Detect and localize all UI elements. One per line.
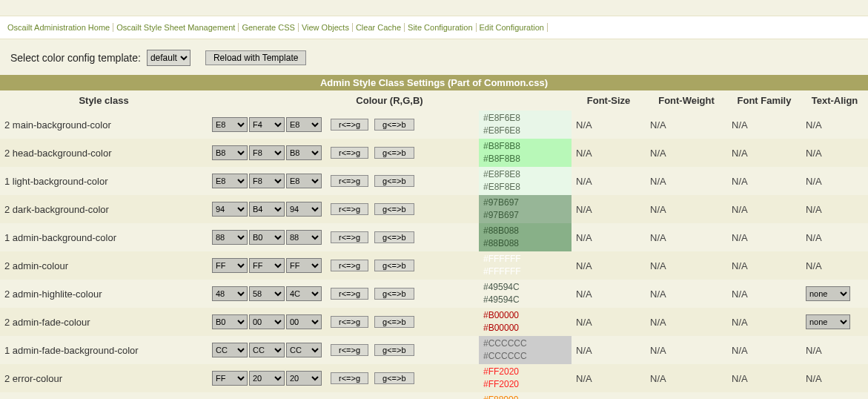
colour-swatch: #E8F8E8#E8F8E8: [479, 167, 572, 195]
nav-link-1[interactable]: Oscailt Style Sheet Management: [113, 23, 239, 32]
colour-swatch: #B8F8B8#B8F8B8: [479, 139, 572, 167]
hex-g-select[interactable]: B4: [249, 202, 285, 217]
swap-gb-button[interactable]: g<=>b: [374, 288, 414, 300]
hex-r-select[interactable]: 88: [212, 230, 248, 245]
hex-b-select[interactable]: FF: [286, 258, 322, 273]
hex-r-select[interactable]: CC: [212, 343, 248, 357]
colour-controls: FF2020r<=>gg<=>b: [208, 364, 479, 392]
text-align-cell: N/A: [801, 336, 868, 364]
swap-gb-button[interactable]: g<=>b: [374, 372, 414, 384]
table-row: 2 warn-colourF88000r<=>gg<=>b#F88000#F88…: [0, 392, 868, 399]
template-select[interactable]: default: [147, 50, 191, 66]
swap-gb-button[interactable]: g<=>b: [374, 119, 414, 131]
hex-r-select[interactable]: E8: [212, 174, 248, 188]
hex-b-select[interactable]: 94: [286, 202, 322, 217]
swap-rg-button[interactable]: r<=>g: [331, 316, 368, 328]
swap-gb-button[interactable]: g<=>b: [374, 344, 414, 356]
table-row: 2 error-colourFF2020r<=>gg<=>b#FF2020#FF…: [0, 364, 868, 392]
font-family-cell: N/A: [727, 139, 801, 167]
style-tbody: 2 main-background-colorE8F4E8r<=>gg<=>b#…: [0, 111, 868, 399]
font-weight-cell: N/A: [646, 167, 727, 195]
nav-link-0[interactable]: Oscailt Administration Home: [4, 23, 113, 32]
th-fontweight: Font-Weight: [646, 90, 727, 111]
font-size-cell: N/A: [572, 364, 646, 392]
swap-rg-button[interactable]: r<=>g: [331, 175, 368, 187]
hex-value: #E8F6E8: [483, 112, 567, 125]
style-class-name: 2 admin-colour: [0, 251, 208, 280]
hex-value: #FFFFFF: [483, 253, 567, 266]
colour-swatch: #F88000#F88000: [479, 392, 572, 399]
hex-g-select[interactable]: 58: [249, 286, 285, 301]
hex-r-select[interactable]: B8: [212, 145, 248, 160]
swap-rg-button[interactable]: r<=>g: [331, 231, 368, 243]
swap-gb-button[interactable]: g<=>b: [374, 231, 414, 243]
nav-link-5[interactable]: Site Configuration: [405, 23, 476, 32]
hex-g-select[interactable]: 20: [249, 371, 285, 386]
hex-b-select[interactable]: E8: [286, 174, 322, 188]
hex-b-select[interactable]: CC: [286, 343, 322, 357]
hex-g-select[interactable]: CC: [249, 343, 285, 357]
table-row: 2 admin-highlite-colour48584Cr<=>gg<=>b#…: [0, 280, 868, 308]
hex-g-select[interactable]: B0: [249, 230, 285, 245]
hex-r-select[interactable]: 94: [212, 202, 248, 217]
swap-rg-button[interactable]: r<=>g: [331, 288, 368, 300]
font-weight-cell: N/A: [646, 364, 727, 392]
style-table: Style class Colour (R,G,B) Font-Size Fon…: [0, 90, 868, 399]
colour-controls: E8F4E8r<=>gg<=>b: [208, 111, 479, 139]
style-class-name: 1 admin-background-color: [0, 223, 208, 251]
hex-value: #97B697: [483, 209, 567, 222]
swap-rg-button[interactable]: r<=>g: [331, 203, 368, 215]
hex-g-select[interactable]: F8: [249, 174, 285, 188]
swap-rg-button[interactable]: r<=>g: [331, 372, 368, 384]
swap-rg-button[interactable]: r<=>g: [331, 147, 368, 159]
text-align-select[interactable]: none: [806, 314, 850, 329]
hex-value: #88B088: [483, 225, 567, 237]
nav-link-2[interactable]: Generate CSS: [239, 23, 299, 32]
style-class-name: 1 admin-fade-background-color: [0, 336, 208, 364]
hex-r-select[interactable]: B0: [212, 314, 248, 329]
hex-g-select[interactable]: 00: [249, 314, 285, 329]
th-colour: Colour (R,G,B): [208, 90, 572, 111]
font-size-cell: N/A: [572, 111, 646, 139]
hex-b-select[interactable]: E8: [286, 117, 322, 132]
top-banner: [0, 0, 868, 16]
hex-g-select[interactable]: F4: [249, 117, 285, 132]
text-align-cell: N/A: [801, 251, 868, 280]
swap-gb-button[interactable]: g<=>b: [374, 260, 414, 271]
hex-g-select[interactable]: F8: [249, 145, 285, 160]
swap-rg-button[interactable]: r<=>g: [331, 344, 368, 356]
style-class-name: 2 dark-background-color: [0, 195, 208, 223]
nav-link-4[interactable]: Clear Cache: [353, 23, 405, 32]
hex-value: #97B697: [483, 197, 567, 209]
admin-nav: Oscailt Administration HomeOscailt Style…: [0, 16, 868, 39]
th-fontfamily: Font Family: [727, 90, 801, 111]
swap-gb-button[interactable]: g<=>b: [374, 147, 414, 159]
swap-gb-button[interactable]: g<=>b: [374, 175, 414, 187]
hex-b-select[interactable]: 00: [286, 314, 322, 329]
table-row: 1 admin-background-color88B088r<=>gg<=>b…: [0, 223, 868, 251]
swap-rg-button[interactable]: r<=>g: [331, 119, 368, 131]
hex-r-select[interactable]: FF: [212, 258, 248, 273]
hex-b-select[interactable]: 88: [286, 230, 322, 245]
hex-g-select[interactable]: FF: [249, 258, 285, 273]
hex-b-select[interactable]: B8: [286, 145, 322, 160]
colour-controls: 94B494r<=>gg<=>b: [208, 195, 479, 223]
nav-link-6[interactable]: Edit Configuration: [477, 23, 548, 32]
hex-r-select[interactable]: FF: [212, 371, 248, 386]
hex-r-select[interactable]: E8: [212, 117, 248, 132]
style-class-name: 2 admin-fade-colour: [0, 308, 208, 336]
hex-r-select[interactable]: 48: [212, 286, 248, 301]
table-row: 1 admin-fade-background-colorCCCCCCr<=>g…: [0, 336, 868, 364]
swap-gb-button[interactable]: g<=>b: [374, 316, 414, 328]
hex-b-select[interactable]: 20: [286, 371, 322, 386]
hex-b-select[interactable]: 4C: [286, 286, 322, 301]
swap-rg-button[interactable]: r<=>g: [331, 260, 368, 271]
hex-value: #B8F8B8: [483, 140, 567, 153]
nav-link-3[interactable]: View Objects: [299, 23, 353, 32]
swap-gb-button[interactable]: g<=>b: [374, 203, 414, 215]
reload-button[interactable]: Reload with Template: [205, 50, 307, 65]
font-size-cell: N/A: [572, 251, 646, 280]
font-family-cell: N/A: [727, 251, 801, 280]
colour-swatch: #49594C#49594C: [479, 280, 572, 308]
text-align-select[interactable]: none: [806, 286, 850, 301]
